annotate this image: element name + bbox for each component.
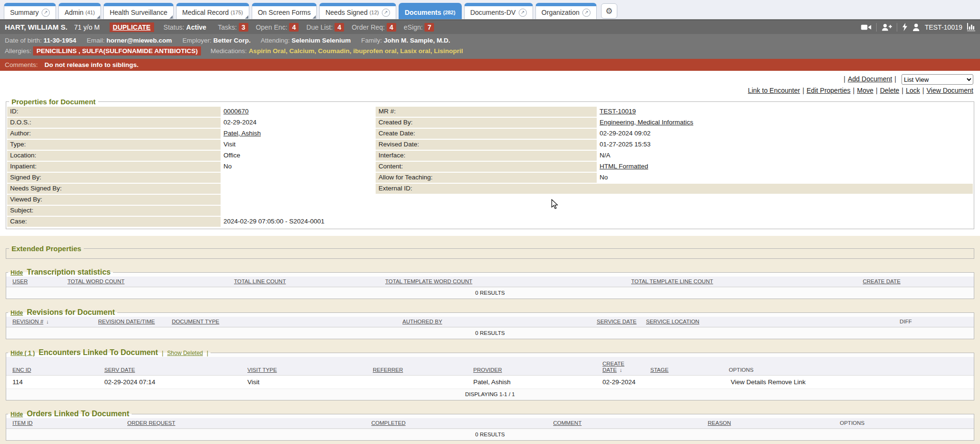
duplicate-flag-badge[interactable]: DUPLICATE [110, 22, 154, 32]
property-label: Revised Date: [376, 140, 597, 150]
document-actions: Link to Encounter|Edit Properties|Move|D… [0, 85, 980, 95]
tab-documents[interactable]: Documents (282) [399, 3, 462, 19]
col-create-date[interactable]: CREATE DATE [857, 278, 974, 285]
col-order-request[interactable]: ORDER REQUEST [121, 420, 365, 426]
col-authored-by[interactable]: AUTHORED BY [396, 319, 590, 325]
transcription-title: Transcription statistics [27, 268, 111, 277]
view-document-link[interactable]: View Document [926, 87, 973, 94]
property-label: Author: [7, 129, 221, 139]
divider [876, 23, 877, 32]
stage-cell [644, 378, 723, 386]
col-options: OPTIONS [723, 367, 974, 373]
col-total-word-count[interactable]: TOTAL WORD COUNT [61, 278, 228, 285]
visit-type-cell: Visit [241, 378, 367, 386]
employer-field: Employer: Better Corp. [182, 37, 251, 44]
document-panel: |Add Document|List View Link to Encounte… [0, 71, 980, 236]
property-label: Content: [376, 162, 597, 172]
property-value-interface: N/A [597, 151, 973, 161]
property-value-mr: TEST-10019 [597, 107, 973, 117]
tab-admin[interactable]: Admin (41) [58, 3, 101, 19]
property-value-content: HTML Formatted [597, 162, 973, 172]
due-list-count-badge[interactable]: 4 [334, 23, 344, 32]
tab-count: (41) [86, 10, 95, 15]
person-icon [913, 23, 920, 31]
attending-field: Attending: Selenium Selenium [261, 37, 351, 44]
col-document-type[interactable]: DOCUMENT TYPE [166, 319, 396, 325]
medications-list[interactable]: Aspirin Oral, Calcium, Coumadin, ibuprof… [249, 47, 463, 55]
tab-label: Health Surveillance [110, 9, 167, 16]
tab-summary[interactable]: Summary ↗ [4, 3, 56, 19]
col-reason[interactable]: REASON [702, 420, 834, 426]
col-total-line-count[interactable]: TOTAL LINE COUNT [228, 278, 379, 285]
tab-documents-dv[interactable]: Documents-DV ↗ [464, 3, 533, 19]
col-revision-number[interactable]: REVISION #↓ [6, 319, 92, 325]
add-person-icon[interactable] [881, 23, 892, 31]
property-value-subject [221, 206, 973, 216]
tab-needs-signed[interactable]: Needs Signed (12) ↗ [319, 3, 396, 19]
property-label: Viewed By: [7, 195, 221, 205]
properties-title: Properties for Document [9, 98, 98, 106]
col-create-date[interactable]: CREATE DATE↓ [596, 361, 630, 373]
col-item-id[interactable]: ITEM ID [6, 420, 121, 426]
external-link-icon[interactable]: ↗ [582, 9, 590, 17]
comments-label: Comments: [5, 61, 38, 68]
encounters-section: Hide ( 1 ) Encounters Linked To Document… [6, 348, 974, 400]
col-revision-datetime[interactable]: REVISION DATE/TIME [92, 319, 166, 325]
show-deleted-link[interactable]: Show Deleted [167, 350, 203, 356]
video-camera-icon[interactable] [861, 24, 871, 31]
comments-text: Do not release info to siblings. [45, 61, 139, 68]
encounters-title: Encounters Linked To Document [39, 348, 158, 357]
col-provider[interactable]: PROVIDER [467, 367, 596, 373]
tab-count: (12) [369, 10, 379, 15]
order-req-count-badge[interactable]: 4 [387, 23, 396, 32]
open-enc-count-badge[interactable]: 4 [289, 23, 299, 32]
col-total-template-line-count[interactable]: TOTAL TEMPLATE LINE COUNT [625, 278, 857, 285]
col-visit-type[interactable]: VISIT TYPE [241, 367, 367, 373]
col-enc-id[interactable]: ENC ID [6, 367, 98, 373]
col-service-date[interactable]: SERVICE DATE [590, 319, 640, 325]
link-to-encounter-link[interactable]: Link to Encounter [748, 87, 800, 94]
col-service-location[interactable]: SERVICE LOCATION [640, 319, 893, 325]
add-document-link[interactable]: Add Document [848, 75, 892, 83]
property-label: D.O.S.: [7, 118, 221, 128]
col-serv-date[interactable]: SERV DATE [98, 367, 241, 373]
edit-properties-link[interactable]: Edit Properties [807, 87, 851, 94]
col-completed[interactable]: COMPLETED [365, 420, 547, 426]
orders-section: Hide Orders Linked To Document ITEM ID O… [6, 410, 974, 441]
lightning-icon[interactable] [902, 23, 908, 31]
esign-count-badge[interactable]: 7 [424, 23, 434, 32]
col-stage[interactable]: STAGE [644, 367, 723, 373]
bar-chart-icon[interactable] [967, 23, 975, 31]
lock-link[interactable]: Lock [906, 87, 920, 94]
property-value-dos: 02-29-2024 [221, 118, 376, 128]
col-user[interactable]: USER [6, 278, 61, 285]
move-link[interactable]: Move [857, 87, 873, 94]
hide-transcription-link[interactable]: Hide [11, 269, 23, 276]
tab-health-surveillance[interactable]: Health Surveillance [103, 3, 174, 19]
tab-count: (175) [231, 10, 243, 15]
col-comment[interactable]: COMMENT [547, 420, 702, 426]
tab-on-screen-forms[interactable]: On Screen Forms [252, 3, 317, 19]
external-link-icon[interactable]: ↗ [519, 9, 527, 17]
transcription-statistics-section: Hide Transcription statistics USER TOTAL… [6, 268, 974, 299]
tab-medical-record[interactable]: Medical Record (175) [176, 3, 249, 19]
hide-revisions-link[interactable]: Hide [11, 310, 23, 316]
external-link-icon[interactable]: ↗ [42, 9, 50, 17]
tasks-count-badge[interactable]: 3 [239, 23, 248, 32]
tab-label: Documents [405, 9, 441, 16]
status-value: Active [186, 23, 206, 31]
settings-gear-icon[interactable]: ⚙ [601, 3, 617, 19]
hide-encounters-link[interactable]: Hide ( 1 ) [11, 350, 35, 356]
delete-link[interactable]: Delete [880, 87, 899, 94]
col-total-template-word-count[interactable]: TOTAL TEMPLATE WORD COUNT [379, 278, 625, 285]
view-mode-select[interactable]: List View [902, 74, 973, 85]
patient-demographics: Date of birth: 11-30-1954 Email: horner@… [0, 34, 980, 59]
tab-organization[interactable]: Organization ↗ [535, 3, 597, 19]
col-referrer[interactable]: REFERRER [367, 367, 467, 373]
allergies-badge[interactable]: PENICILLINS , SULFA(SULFONAMIDE ANTIBIOT… [33, 46, 201, 56]
orders-header-row: ITEM ID ORDER REQUEST COMPLETED COMMENT … [6, 418, 974, 429]
external-link-icon[interactable]: ↗ [382, 9, 390, 17]
hide-orders-link[interactable]: Hide [11, 411, 23, 418]
encounter-options[interactable]: View Details Remove Link [723, 378, 974, 386]
chart-tab-bar: Summary ↗ Admin (41) Health Surveillance… [0, 0, 980, 20]
